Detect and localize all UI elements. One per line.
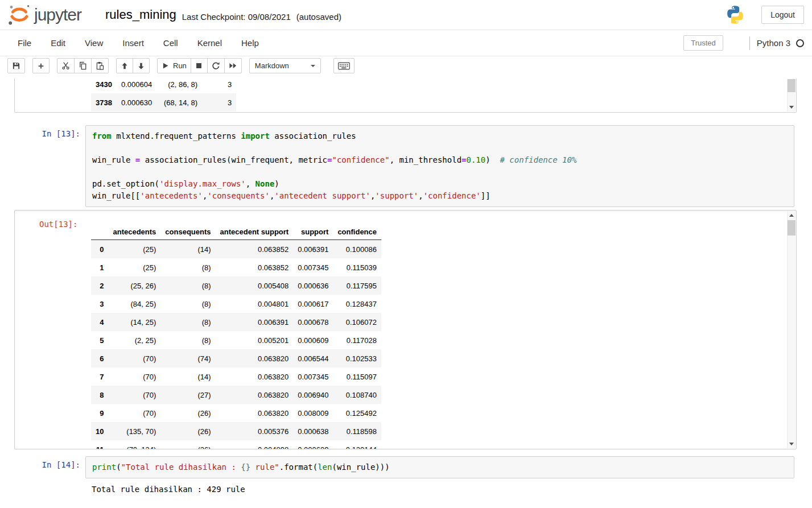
code-line	[92, 166, 788, 178]
table-row: 0(25)(14)0.0638520.0063910.100086	[91, 240, 381, 259]
copy-icon	[79, 61, 87, 70]
kernel-name: Python 3	[757, 38, 790, 48]
trusted-badge[interactable]: Trusted	[683, 35, 723, 51]
move-up-icon	[121, 62, 129, 70]
header: jupyter rules_mining Last Checkpoint: 09…	[0, 0, 812, 30]
scrolled-output-13: Out[13]: antecedentsconsequentsanteceden…	[14, 210, 797, 449]
jupyter-logo[interactable]: jupyter	[7, 2, 81, 27]
table-row: 37380.000630(68, 14, 8)3	[91, 93, 236, 111]
jupyter-wordmark: jupyter	[34, 5, 81, 24]
menu-insert[interactable]: Insert	[113, 31, 154, 55]
code-editor-14[interactable]: print("Total rule dihasilkan : {} rule".…	[85, 456, 794, 478]
menu-edit[interactable]: Edit	[41, 31, 75, 55]
kernel-idle-indicator-icon	[796, 39, 804, 47]
code-cell-13: In [13]: from mlxtend.frequent_patterns …	[0, 125, 812, 207]
code-line: win_rule[['antecedents','consequents','a…	[92, 190, 788, 202]
menu-cell[interactable]: Cell	[154, 31, 188, 55]
scrollbar-up-button[interactable]	[788, 211, 795, 220]
copy-button[interactable]	[74, 58, 92, 73]
scrollbar-thumb[interactable]	[788, 220, 795, 236]
table-row: 5(2, 25)(8)0.0052010.0006090.117028	[91, 331, 381, 349]
menubar: File Edit View Insert Cell Kernel Help T…	[0, 30, 812, 56]
table-row: 34300.000604(2, 86, 8)3	[91, 79, 236, 93]
run-button-label: Run	[173, 61, 187, 70]
cut-icon	[61, 61, 70, 70]
table-row: 7(70)(14)0.0638200.0073450.115097	[91, 367, 381, 386]
paste-button[interactable]	[91, 58, 109, 73]
code-line: win_rule = association_rules(win_frequen…	[92, 154, 788, 166]
input-prompt: In [13]:	[0, 125, 85, 138]
fast-forward-icon	[229, 61, 237, 70]
code-editor-13[interactable]: from mlxtend.frequent_patterns import as…	[85, 125, 794, 207]
code-line: pd.set_option('display.max_rows', None)	[92, 178, 788, 190]
python-logo-icon	[725, 5, 745, 25]
code-line	[92, 142, 788, 154]
scrollbar-thumb[interactable]	[788, 79, 795, 92]
column-header: antecedent support	[216, 224, 294, 240]
scrollbar-down-button[interactable]	[788, 103, 795, 111]
jupyter-logo-icon	[7, 2, 32, 27]
scrollbar-down-button[interactable]	[788, 440, 795, 448]
table-row: 1(25)(8)0.0638520.0073450.115039	[91, 258, 381, 276]
stdout-text: Total rule dihasilkan : 429 rule	[92, 484, 812, 495]
command-palette-button[interactable]	[333, 58, 355, 73]
column-header: confidence	[333, 224, 381, 240]
move-cell-down-button[interactable]	[133, 58, 150, 73]
menu-file[interactable]: File	[8, 31, 41, 55]
restart-kernel-button[interactable]	[207, 58, 225, 73]
table-row: 9(70)(26)0.0638200.0080090.125492	[91, 404, 381, 422]
code-line: from mlxtend.frequent_patterns import as…	[92, 130, 788, 142]
input-prompt: In [14]:	[0, 456, 85, 469]
code-cell-14: In [14]: print("Total rule dihasilkan : …	[0, 456, 812, 478]
notebook-title[interactable]: rules_mining	[105, 7, 176, 22]
table-row: 3(84, 25)(8)0.0048010.0006170.128437	[91, 295, 381, 313]
scrolled-output-previous-cell: 34300.000604(2, 86, 8)337380.000630(68, …	[14, 79, 797, 113]
save-button[interactable]	[7, 58, 25, 73]
run-button[interactable]: Run	[157, 58, 191, 73]
table-row: 10(135, 70)(26)0.0053760.0006380.118598	[91, 422, 381, 440]
table-header-row: antecedentsconsequentsantecedent support…	[91, 224, 381, 240]
toolbar: Run Markdown	[0, 56, 812, 79]
output-scrollbar[interactable]	[787, 79, 795, 111]
move-down-icon	[137, 62, 145, 70]
output-prompt: Out[13]:	[39, 216, 83, 229]
keyboard-icon	[338, 62, 350, 70]
cut-button[interactable]	[57, 58, 75, 73]
save-icon	[12, 61, 20, 70]
table-row: 6(70)(74)0.0638200.0065440.102533	[91, 349, 381, 367]
interrupt-kernel-button[interactable]	[191, 58, 208, 73]
menu-kernel[interactable]: Kernel	[188, 31, 232, 55]
column-header: support	[293, 224, 333, 240]
restart-icon	[212, 61, 220, 70]
checkpoint-text: Last Checkpoint: 09/08/2021(autosaved)	[182, 9, 341, 22]
cell-type-value: Markdown	[255, 61, 289, 70]
menu-help[interactable]: Help	[232, 31, 269, 55]
column-header: antecedents	[108, 224, 160, 240]
cell-type-dropdown[interactable]: Markdown	[249, 58, 321, 73]
table-row: 8(70)(27)0.0638200.0069400.108740	[91, 386, 381, 404]
notebook-area: 34300.000604(2, 86, 8)337380.000630(68, …	[0, 79, 812, 495]
move-cell-up-button[interactable]	[116, 58, 133, 73]
restart-run-all-button[interactable]	[224, 58, 242, 73]
run-icon	[162, 62, 169, 69]
table-row: 4(14, 25)(8)0.0063910.0006780.106072	[91, 313, 381, 331]
logout-button[interactable]: Logout	[761, 6, 804, 24]
frequent-itemsets-table: 34300.000604(2, 86, 8)337380.000630(68, …	[91, 79, 236, 111]
output-scrollbar[interactable]	[787, 211, 795, 448]
association-rules-table: antecedentsconsequentsantecedent support…	[91, 224, 381, 449]
column-header: consequents	[160, 224, 215, 240]
paste-icon	[96, 61, 104, 70]
add-cell-icon	[37, 62, 45, 70]
code-line: print("Total rule dihasilkan : {} rule".…	[92, 461, 788, 473]
add-cell-button[interactable]	[32, 58, 50, 73]
table-row: 2(25, 26)(8)0.0054080.0006360.117595	[91, 276, 381, 295]
table-row: 11(70, 134)(26)0.0048980.0006090.120144	[91, 440, 381, 449]
divider	[749, 36, 750, 50]
stop-icon	[195, 62, 203, 69]
menu-view[interactable]: View	[75, 31, 113, 55]
